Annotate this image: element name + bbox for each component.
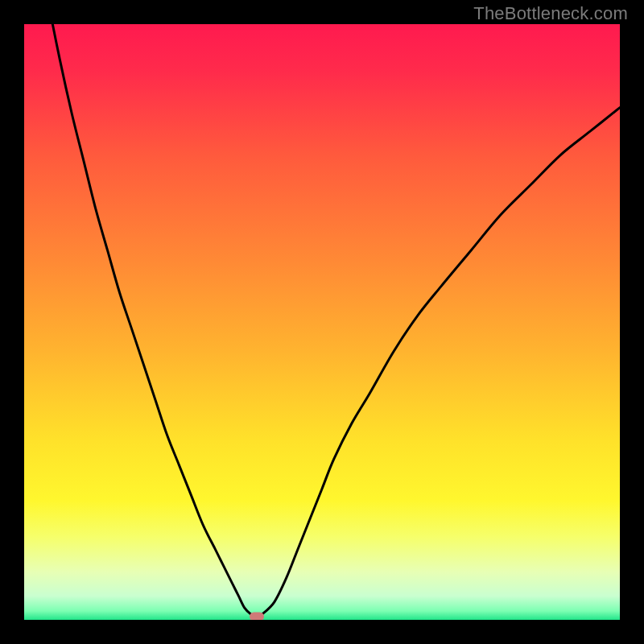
minimum-marker [250,613,264,620]
bottleneck-curve [24,24,620,620]
watermark-text: TheBottleneck.com [473,3,628,24]
plot-area [24,24,620,620]
chart-frame: TheBottleneck.com [0,0,644,644]
